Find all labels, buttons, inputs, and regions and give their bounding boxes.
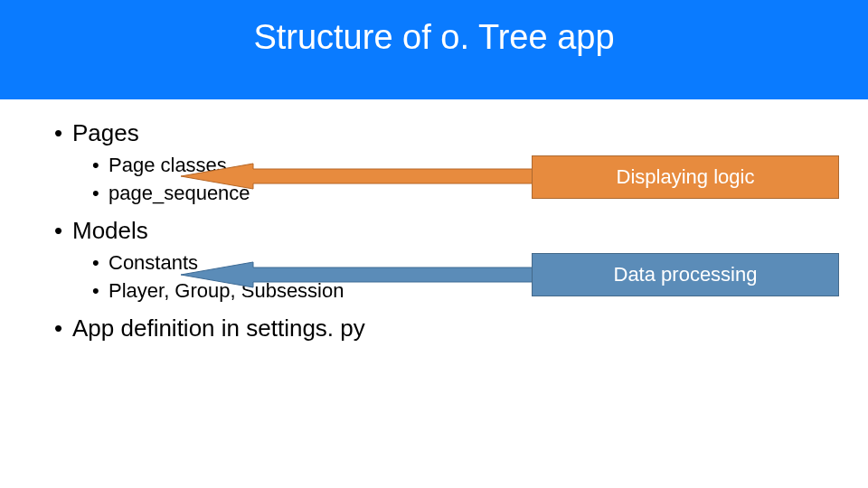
arrow-icon bbox=[181, 158, 538, 194]
bullet-pages: Pages bbox=[54, 119, 832, 147]
slide-body: Pages Page classes page_sequence Models … bbox=[54, 119, 832, 348]
callout-data-processing: Data processing bbox=[532, 253, 839, 296]
arrow-icon bbox=[181, 257, 538, 293]
callout-label: Data processing bbox=[614, 263, 758, 286]
svg-marker-0 bbox=[181, 164, 533, 189]
bullet-models: Models bbox=[54, 217, 832, 245]
title-bar: Structure of o. Tree app bbox=[0, 0, 868, 99]
slide-title: Structure of o. Tree app bbox=[253, 18, 614, 57]
callout-displaying-logic: Displaying logic bbox=[532, 155, 839, 199]
callout-label: Displaying logic bbox=[617, 165, 755, 189]
bullet-app-definition: App definition in settings. py bbox=[54, 314, 832, 343]
svg-marker-1 bbox=[181, 262, 533, 287]
